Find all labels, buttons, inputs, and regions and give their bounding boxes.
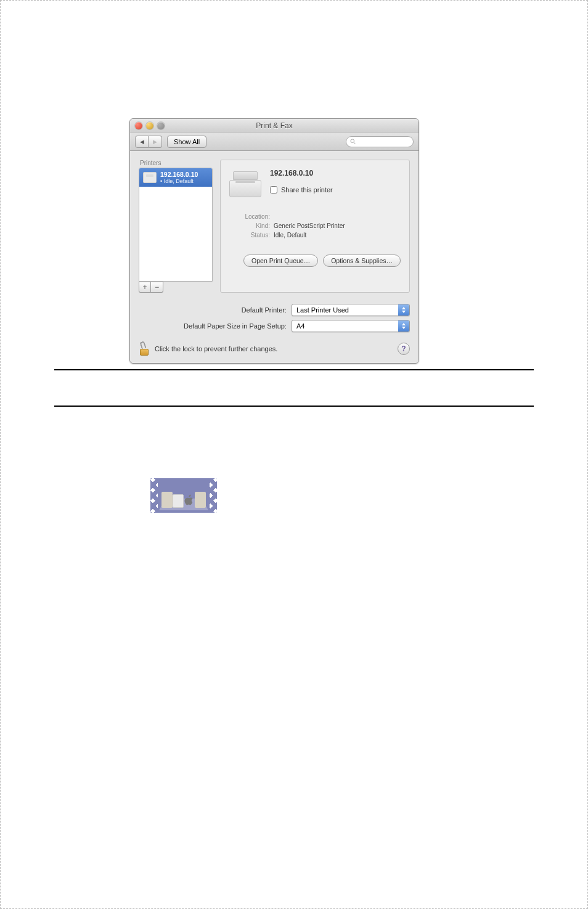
lock-icon[interactable]	[139, 342, 150, 356]
print-fax-window: Print & Fax ◀ ▶ Show All Printers 192.16…	[129, 118, 419, 364]
svg-point-0	[351, 139, 354, 142]
paper-size-row: Default Paper Size in Page Setup: A4	[139, 320, 410, 332]
printer-list-section: Printers 192.168.0.10 • Idle, Default + …	[139, 160, 213, 293]
default-printer-row: Default Printer: Last Printer Used	[139, 304, 410, 316]
printer-large-icon	[229, 168, 261, 200]
show-all-button[interactable]: Show All	[167, 136, 206, 148]
lock-text: Click the lock to prevent further change…	[155, 345, 277, 353]
share-printer-checkbox[interactable]: Share this printer	[270, 186, 333, 194]
options-supplies-button[interactable]: Options & Supplies…	[323, 255, 401, 267]
show-all-label: Show All	[174, 138, 200, 145]
status-label: Status:	[229, 232, 270, 238]
list-buttons: + −	[139, 282, 213, 293]
paper-size-label: Default Paper Size in Page Setup:	[184, 322, 287, 330]
search-icon	[350, 139, 356, 145]
dock-finder-icon	[173, 494, 184, 508]
dock-image	[150, 478, 217, 513]
titlebar: Print & Fax	[130, 119, 419, 132]
dropdown-arrow-icon	[398, 304, 409, 316]
dock-app-icon	[161, 492, 173, 508]
location-label: Location:	[229, 213, 270, 220]
nav-buttons: ◀ ▶	[135, 136, 162, 148]
share-checkbox-input[interactable]	[270, 186, 277, 194]
detail-top: 192.168.0.10 Share this printer	[229, 168, 401, 200]
dock-apple-icon	[184, 493, 195, 508]
help-label: ?	[401, 344, 406, 353]
remove-printer-button[interactable]: −	[151, 282, 163, 293]
add-printer-button[interactable]: +	[139, 282, 151, 293]
default-printer-label: Default Printer:	[242, 306, 287, 314]
printer-item-status: • Idle, Default	[160, 178, 198, 184]
window-title: Print & Fax	[130, 121, 419, 130]
default-printer-value: Last Printer Used	[296, 306, 349, 314]
info-grid: Location: Kind: Generic PostScript Print…	[229, 213, 401, 238]
divider	[54, 406, 534, 407]
dropdown-section: Default Printer: Last Printer Used Defau…	[139, 304, 410, 332]
open-print-queue-button[interactable]: Open Print Queue…	[243, 255, 318, 267]
help-button[interactable]: ?	[398, 343, 410, 355]
search-input[interactable]	[346, 136, 414, 147]
main-row: Printers 192.168.0.10 • Idle, Default + …	[139, 160, 410, 293]
printer-list-item[interactable]: 192.168.0.10 • Idle, Default	[139, 168, 212, 187]
default-printer-select[interactable]: Last Printer Used	[292, 304, 410, 316]
printer-icon	[143, 172, 157, 183]
printer-list[interactable]: 192.168.0.10 • Idle, Default	[139, 168, 213, 282]
printer-name-title: 192.168.0.10	[270, 169, 333, 177]
back-button[interactable]: ◀	[135, 136, 149, 148]
content-area: Printers 192.168.0.10 • Idle, Default + …	[130, 151, 419, 363]
paper-size-select[interactable]: A4	[292, 320, 410, 332]
detail-header: 192.168.0.10 Share this printer	[270, 168, 333, 194]
detail-pane: 192.168.0.10 Share this printer Location…	[220, 160, 410, 293]
open-queue-label: Open Print Queue…	[251, 257, 310, 264]
paper-size-value: A4	[296, 322, 304, 330]
printers-label: Printers	[139, 160, 213, 166]
printer-item-text: 192.168.0.10 • Idle, Default	[160, 171, 198, 184]
options-label: Options & Supplies…	[331, 257, 393, 264]
kind-value: Generic PostScript Printer	[274, 222, 345, 229]
svg-line-1	[354, 142, 356, 144]
location-row: Location:	[229, 213, 401, 220]
kind-label: Kind:	[229, 222, 270, 229]
status-row: Status: Idle, Default	[229, 232, 401, 238]
dropdown-arrow-icon	[398, 320, 409, 332]
detail-buttons: Open Print Queue… Options & Supplies…	[229, 255, 401, 267]
kind-row: Kind: Generic PostScript Printer	[229, 222, 401, 229]
share-label: Share this printer	[281, 186, 333, 194]
forward-button: ▶	[149, 136, 162, 148]
toolbar: ◀ ▶ Show All	[130, 132, 419, 151]
printer-item-name: 192.168.0.10	[160, 171, 198, 178]
divider	[54, 369, 534, 370]
status-value: Idle, Default	[274, 232, 306, 238]
dock-app-icon	[195, 492, 206, 508]
footer-row: Click the lock to prevent further change…	[139, 342, 410, 356]
